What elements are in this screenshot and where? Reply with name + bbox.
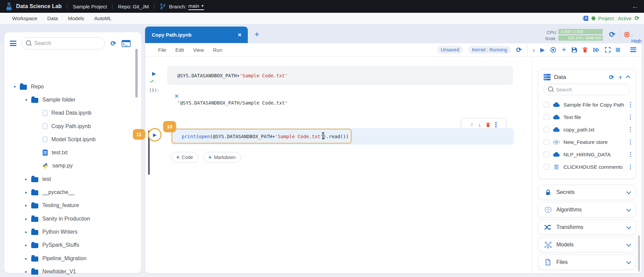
data-item-checkbox[interactable] xyxy=(544,164,549,170)
panel-section-transforms[interactable]: Transforms xyxy=(538,220,636,235)
item-options-kebab-icon[interactable] xyxy=(630,102,631,107)
tree-item[interactable]: ▾Sample folder xyxy=(4,93,136,106)
data-item[interactable]: CLICKHOUSE comments xyxy=(538,161,636,173)
menu-file[interactable]: File xyxy=(158,47,166,53)
data-search-input[interactable] xyxy=(544,84,630,95)
data-item[interactable]: NLP_HIRING_DATA xyxy=(538,148,636,161)
move-cell-up-icon[interactable]: ↑ xyxy=(470,122,473,128)
tree-item[interactable]: ▸Testing_feature xyxy=(4,199,136,212)
code-cell-1[interactable]: @SYS.DATASANDBOX_PATH+'Sample Code.txt' xyxy=(167,66,513,85)
tree-item[interactable]: ▸Pipeline_Migration xyxy=(4,252,136,265)
caret-right-icon[interactable]: ▸ xyxy=(25,269,31,274)
panel-scrollbar[interactable] xyxy=(638,235,640,272)
caret-right-icon[interactable]: ▸ xyxy=(25,243,31,247)
cell-options-kebab-icon[interactable] xyxy=(495,122,496,127)
branch-selector[interactable]: main ▼ xyxy=(188,3,204,10)
tree-item[interactable]: ▸Python Writers xyxy=(4,225,136,238)
item-options-kebab-icon[interactable] xyxy=(630,115,631,120)
kernel-refresh-icon[interactable]: ⟳ xyxy=(516,46,522,53)
nav-tab-automl[interactable]: AutoML xyxy=(94,15,112,21)
collapse-data-icon[interactable] xyxy=(626,75,631,80)
sidebar-search[interactable] xyxy=(21,37,105,49)
tree-item[interactable]: ▸test xyxy=(4,172,136,186)
sidebar-scrollbar[interactable] xyxy=(135,49,138,97)
data-item-checkbox[interactable] xyxy=(544,102,549,108)
repo-name[interactable]: Repo: Git_JM xyxy=(118,4,149,9)
caret-right-icon[interactable]: ▸ xyxy=(25,177,31,182)
save-notebook-icon[interactable] xyxy=(571,47,577,53)
project-report-icon[interactable] xyxy=(583,15,589,21)
panel-section-secrets[interactable]: Secrets xyxy=(538,185,636,200)
project-name[interactable]: Sample Project xyxy=(73,4,107,9)
add-code-cell-button[interactable]: +Code xyxy=(171,152,198,163)
menu-run[interactable]: Run xyxy=(213,47,222,53)
add-markdown-cell-button[interactable]: +Markdown xyxy=(203,152,241,163)
run-cell-icon[interactable]: ▶ xyxy=(540,47,545,53)
fullscreen-icon[interactable] xyxy=(605,47,610,52)
notebook-tab[interactable]: Copy Path.ipynb ✕ xyxy=(145,27,248,43)
item-options-kebab-icon[interactable] xyxy=(630,152,631,157)
data-item[interactable]: copy_path.txt xyxy=(538,123,636,136)
tree-item[interactable]: ▸PySpark_Stuffs xyxy=(4,239,136,252)
data-refresh-icon[interactable]: ⟳ xyxy=(609,74,614,80)
chevron-down-icon[interactable] xyxy=(626,190,631,194)
chevron-down-icon[interactable] xyxy=(626,207,631,212)
chevron-down-icon[interactable] xyxy=(626,242,631,247)
data-item[interactable]: Text file xyxy=(538,111,636,123)
run-cell2-button[interactable]: ▶ xyxy=(153,132,157,137)
chevron-down-icon[interactable] xyxy=(626,225,631,229)
panel-section-models[interactable]: Models xyxy=(538,237,636,252)
notebook-options-icon[interactable] xyxy=(630,46,636,53)
item-options-kebab-icon[interactable] xyxy=(630,127,631,132)
tree-item[interactable]: ▾Repo xyxy=(4,80,136,93)
sidebar-refresh-icon[interactable]: ⟳ xyxy=(110,40,116,47)
data-item[interactable]: Sample File for Copy Path xyxy=(538,98,636,111)
caret-right-icon[interactable]: ▸ xyxy=(25,230,31,234)
menu-view[interactable]: View xyxy=(193,47,204,53)
stop-kernel-icon[interactable] xyxy=(616,48,620,52)
tree-item[interactable]: ▸Newfolder_V1 xyxy=(4,265,136,277)
collapse-panel-icon[interactable]: ‹ xyxy=(533,47,535,53)
data-item-checkbox[interactable] xyxy=(544,139,549,145)
sidebar-menu-icon[interactable] xyxy=(10,40,16,47)
item-options-kebab-icon[interactable] xyxy=(630,140,631,145)
data-item-checkbox[interactable] xyxy=(544,152,549,157)
menu-edit[interactable]: Edit xyxy=(175,47,184,53)
caret-down-icon[interactable]: ▾ xyxy=(25,97,31,102)
data-search[interactable] xyxy=(544,84,630,95)
interrupt-kernel-icon[interactable] xyxy=(550,47,556,53)
nav-tab-workspace[interactable]: Workspace xyxy=(12,15,37,21)
run-cell1-button[interactable]: ▶ xyxy=(152,71,156,77)
new-tab-button[interactable]: + xyxy=(255,30,259,39)
tree-item[interactable]: Read Data.ipynb xyxy=(4,107,136,120)
tree-item[interactable]: Copy Path.ipynb xyxy=(4,120,136,133)
terminal-icon[interactable] xyxy=(122,40,131,47)
data-item[interactable]: New_Feature store xyxy=(538,136,636,148)
project-refresh-icon[interactable]: ⟳ xyxy=(635,15,639,22)
tree-item[interactable]: Model Script.ipynb xyxy=(4,133,136,146)
tree-item[interactable]: samp.py xyxy=(4,159,136,172)
tree-item[interactable]: test.txt xyxy=(4,146,136,159)
tree-item[interactable]: ▸Sanity in Production xyxy=(4,212,136,225)
tree-item[interactable]: ▸__pycache__ xyxy=(4,186,136,199)
caret-right-icon[interactable]: ▸ xyxy=(25,256,31,261)
panel-section-files[interactable]: Files xyxy=(538,254,636,270)
nav-tab-data[interactable]: Data xyxy=(47,15,58,21)
run-all-icon[interactable] xyxy=(593,47,600,52)
caret-right-icon[interactable]: ▸ xyxy=(25,216,31,221)
add-cell-icon[interactable]: + xyxy=(562,46,566,53)
delete-cell-icon[interactable] xyxy=(486,122,490,127)
item-options-kebab-icon[interactable] xyxy=(630,164,631,169)
back-arrow-button[interactable]: ← xyxy=(631,1,639,11)
data-add-icon[interactable]: + xyxy=(618,74,623,81)
data-item-checkbox[interactable] xyxy=(544,127,549,132)
resources-refresh-icon[interactable]: ⟳ xyxy=(609,31,615,38)
panel-section-algorithms[interactable]: Algorithms xyxy=(538,202,636,217)
caret-right-icon[interactable]: ▸ xyxy=(25,190,31,195)
clear-output-icon[interactable]: ✕ xyxy=(174,93,179,100)
data-item-checkbox[interactable] xyxy=(544,114,549,120)
chevron-down-icon[interactable] xyxy=(626,260,631,264)
close-tab-icon[interactable]: ✕ xyxy=(237,32,242,38)
delete-cell-icon[interactable] xyxy=(583,47,588,53)
caret-down-icon[interactable]: ▾ xyxy=(14,84,20,89)
